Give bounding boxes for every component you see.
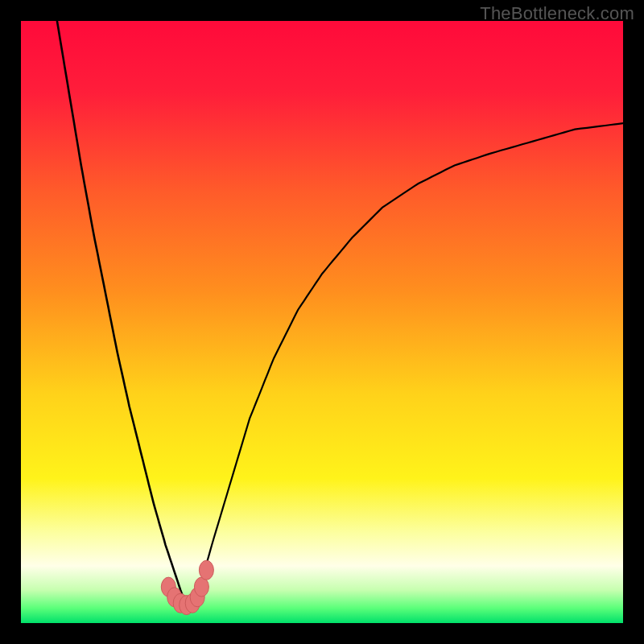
marker-dot <box>199 560 213 580</box>
plot-area <box>21 21 623 623</box>
chart-frame: TheBottleneck.com <box>0 0 644 644</box>
chart-svg <box>21 21 623 623</box>
marker-dot <box>194 577 208 597</box>
